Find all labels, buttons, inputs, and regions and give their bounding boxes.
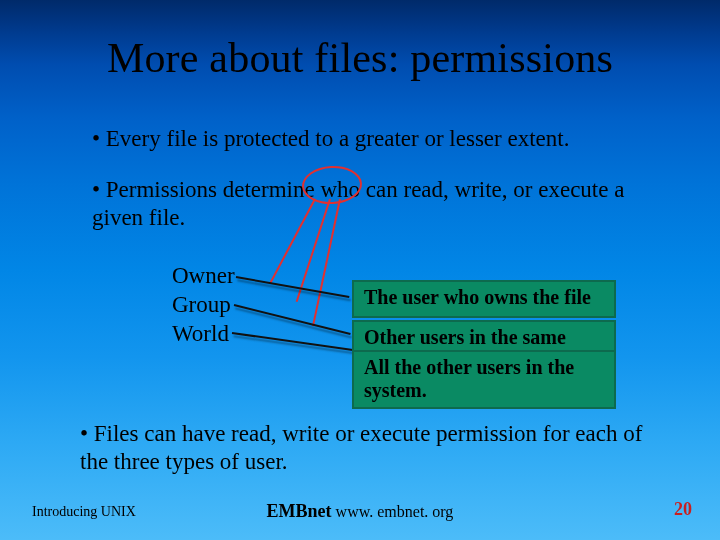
- footer-url: www. embnet. org: [336, 503, 454, 520]
- callout-world: All the other users in the system.: [352, 350, 616, 409]
- slide-title: More about files: permissions: [0, 34, 720, 82]
- bullet-3: • Files can have read, write or execute …: [80, 420, 660, 476]
- connector-line: [232, 332, 353, 351]
- bullet-2: • Permissions determine who can read, wr…: [92, 176, 652, 232]
- connector-line: [236, 276, 350, 298]
- who-world-label: World: [172, 320, 235, 349]
- connector-line: [234, 304, 351, 335]
- page-number: 20: [674, 499, 692, 520]
- callout-owner: The user who owns the file: [352, 280, 616, 318]
- who-list: Owner Group World: [172, 262, 235, 348]
- who-group-label: Group: [172, 291, 235, 320]
- slide: More about files: permissions • Every fi…: [0, 0, 720, 540]
- footer-brand: EMBnet: [267, 501, 332, 521]
- bullet-1: • Every file is protected to a greater o…: [92, 125, 652, 153]
- footer-center: EMBnet www. embnet. org: [0, 501, 720, 522]
- who-owner-label: Owner: [172, 262, 235, 291]
